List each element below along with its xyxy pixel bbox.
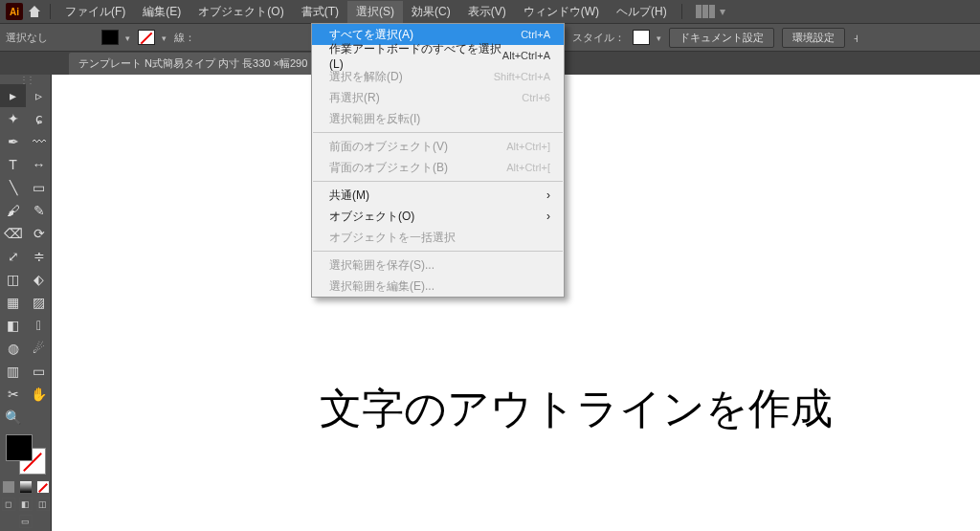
preferences-button[interactable]: 環境設定 [782, 28, 845, 48]
select-menu-dropdown: すべてを選択(A)Ctrl+A作業アートボードのすべてを選択(L)Alt+Ctr… [311, 23, 565, 298]
tool-curvature[interactable]: 〰 [26, 130, 52, 153]
menu-bar: Ai ファイル(F)編集(E)オブジェクト(O)書式(T)選択(S)効果(C)表… [0, 0, 980, 23]
menu-item: 選択範囲を保存(S)... [312, 254, 564, 276]
menu-separator [313, 251, 563, 252]
menu-item-label: 選択範囲を反転(I) [329, 111, 420, 127]
tool-gradient[interactable]: ◧ [0, 314, 26, 337]
menu-選択[interactable]: 選択(S) [347, 1, 403, 23]
tool-direct[interactable]: ▹ [26, 84, 52, 107]
menu-item[interactable]: 共通(M) [312, 185, 564, 206]
menu-item-shortcut: Alt+Ctrl+[ [506, 162, 550, 173]
tool-symbol[interactable]: ☄ [26, 337, 52, 360]
menu-書式[interactable]: 書式(T) [293, 1, 347, 23]
menu-item-label: 選択範囲を編集(E)... [329, 278, 434, 295]
draw-behind-icon[interactable]: ◧ [19, 498, 33, 511]
menu-item: 前面のオブジェクト(V)Alt+Ctrl+] [312, 136, 564, 157]
menu-ヘルプ[interactable]: ヘルプ(H) [608, 1, 676, 23]
menu-item-label: 背面のオブジェクト(B) [329, 160, 448, 176]
menu-separator [50, 4, 51, 19]
menu-item: 選択範囲を反転(I) [312, 108, 564, 129]
fill-proxy[interactable] [6, 434, 33, 461]
menu-item: 選択範囲を編集(E)... [312, 276, 564, 297]
stroke-swatch[interactable] [138, 30, 167, 45]
draw-inside-icon[interactable]: ◫ [36, 498, 50, 511]
tool-hand[interactable]: ✋ [26, 383, 52, 406]
home-icon[interactable] [25, 2, 44, 21]
menu-編集[interactable]: 編集(E) [134, 1, 189, 23]
menu-item-label: 選択を解除(D) [329, 69, 403, 85]
tool-rect[interactable]: ▭ [26, 176, 52, 199]
tool-brush[interactable]: 🖌 [0, 199, 26, 222]
graphic-style-swatch[interactable] [633, 30, 661, 45]
color-mode-icon[interactable] [2, 480, 15, 494]
menu-item: 再選択(R)Ctrl+6 [312, 87, 564, 108]
tool-touchtype[interactable]: ↔ [26, 153, 52, 176]
tool-type[interactable]: T [0, 153, 26, 176]
tool-rotate[interactable]: ⟳ [26, 222, 52, 245]
tool-artboard[interactable]: ▭ [26, 360, 52, 383]
menu-item[interactable]: オブジェクト(O) [312, 206, 564, 227]
selection-state-label: 選択なし [6, 31, 48, 45]
menu-item: 背面のオブジェクト(B)Alt+Ctrl+[ [312, 157, 564, 178]
align-icon[interactable]: ⫞ [853, 31, 859, 45]
tool-wand[interactable]: ✦ [0, 107, 26, 130]
tool-eraser[interactable]: ⌫ [0, 222, 26, 245]
menu-separator [313, 132, 563, 133]
menu-item-shortcut: Ctrl+6 [522, 92, 550, 103]
tool-eyedrop[interactable]: 𓂀 [26, 314, 52, 337]
menu-item-shortcut: Shift+Ctrl+A [494, 71, 550, 82]
tool-mesh[interactable]: ▨ [26, 291, 52, 314]
menu-item-label: 選択範囲を保存(S)... [329, 257, 434, 274]
tool-pen[interactable]: ✒ [0, 130, 26, 153]
tool-slice[interactable]: ✂ [0, 383, 26, 406]
document-setup-button[interactable]: ドキュメント設定 [669, 28, 774, 48]
toolbox-panel: ▸▹✦ɕ✒〰T↔╲▭🖌✎⌫⟳⤢≑◫⬖▦▨◧𓂀◍☄▥▭✂✋🔍 ◻ ◧ ◫ ▭ [0, 75, 52, 531]
menu-オブジェクト[interactable]: オブジェクト(O) [189, 1, 292, 23]
menu-item-shortcut: Alt+Ctrl+A [502, 50, 550, 61]
menu-item: オブジェクトを一括選択 [312, 227, 564, 248]
menu-separator [313, 181, 563, 182]
tool-free[interactable]: ◫ [0, 268, 26, 291]
menu-separator [681, 4, 682, 19]
menu-表示[interactable]: 表示(V) [459, 1, 515, 23]
menu-item-label: オブジェクトを一括選択 [329, 230, 456, 246]
menu-item[interactable]: 作業アートボードのすべてを選択(L)Alt+Ctrl+A [312, 45, 564, 66]
arrange-documents-icon[interactable] [696, 5, 715, 18]
stroke-label: 線： [174, 31, 195, 45]
tool-lasso[interactable]: ɕ [26, 107, 52, 130]
draw-normal-icon[interactable]: ◻ [2, 498, 15, 511]
menu-item-label: オブジェクト(O) [329, 209, 414, 225]
tool-perspective[interactable]: ▦ [0, 291, 26, 314]
fill-swatch[interactable] [101, 30, 130, 45]
screen-mode-icon[interactable]: ▭ [19, 515, 33, 528]
none-mode-icon[interactable] [36, 480, 50, 494]
tool-line[interactable]: ╲ [0, 176, 26, 199]
panel-grip-icon[interactable] [0, 75, 52, 84]
menu-item-shortcut: Ctrl+A [521, 29, 550, 40]
menu-効果[interactable]: 効果(C) [403, 1, 459, 23]
menu-item-label: 前面のオブジェクト(V) [329, 139, 448, 155]
menu-ウィンドウ[interactable]: ウィンドウ(W) [515, 1, 608, 23]
tool-zoom[interactable]: 🔍 [0, 406, 26, 429]
fill-stroke-proxy[interactable] [6, 434, 46, 475]
tool-width[interactable]: ≑ [26, 245, 52, 268]
tool-blend[interactable]: ◍ [0, 337, 26, 360]
style-label: スタイル： [572, 31, 625, 45]
menu-item-label: 共通(M) [329, 188, 369, 204]
tool-graph[interactable]: ▥ [0, 360, 26, 383]
dropdown-caret-icon[interactable]: ▾ [717, 5, 728, 18]
gradient-mode-icon[interactable] [19, 480, 33, 494]
menu-item-shortcut: Alt+Ctrl+] [506, 141, 550, 152]
app-logo-icon: Ai [6, 3, 23, 20]
tool-pencil[interactable]: ✎ [26, 199, 52, 222]
menu-item-label: 作業アートボードのすべてを選択(L) [329, 41, 502, 71]
menu-item-label: 再選択(R) [329, 90, 380, 106]
tool-selection[interactable]: ▸ [0, 84, 26, 107]
tool-scale[interactable]: ⤢ [0, 245, 26, 268]
menu-ファイル[interactable]: ファイル(F) [56, 1, 134, 23]
canvas-text-object[interactable]: 文字のアウトラインを作成 [320, 381, 833, 437]
tool-shapebuild[interactable]: ⬖ [26, 268, 52, 291]
